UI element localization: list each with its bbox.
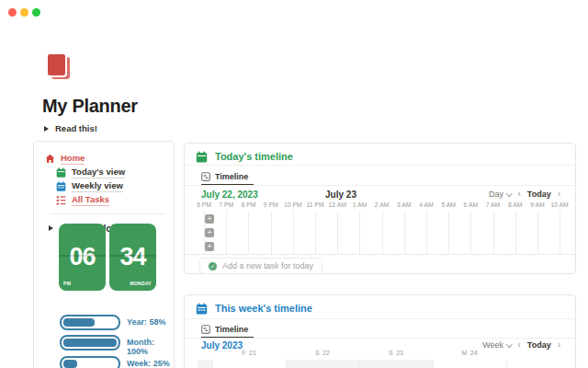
grid-line <box>433 360 434 368</box>
today-button[interactable]: Today <box>527 190 551 199</box>
add-task-button[interactable]: ✓ Add a new task for today <box>199 258 322 274</box>
calendar-week-icon <box>56 181 66 191</box>
toggle-triangle-icon <box>49 225 53 231</box>
hour-label: 5 AM <box>437 201 459 210</box>
past-column-shade <box>198 360 212 368</box>
tab-timeline-label: Timeline <box>215 172 248 181</box>
close-window-button[interactable] <box>8 8 17 17</box>
clock-minute: 34 <box>119 243 145 271</box>
timeline-view-icon <box>201 172 210 181</box>
add-task-label: Add a new task for today <box>222 261 313 270</box>
tab-timeline[interactable]: Timeline <box>201 170 248 183</box>
scale-select[interactable]: Day <box>489 190 512 199</box>
dotted-divider <box>185 254 575 255</box>
checklist-icon <box>56 195 66 205</box>
grid-line <box>226 211 227 254</box>
flip-clock-hour-card: 06 PM <box>59 224 106 291</box>
hour-label: 7 AM <box>481 201 503 210</box>
home-icon <box>45 154 55 164</box>
clock-hour: 06 <box>69 243 95 271</box>
grid-line <box>212 360 213 368</box>
grid-line <box>560 211 560 254</box>
sidebar-divider <box>51 213 164 214</box>
calendar-day-icon <box>56 167 66 178</box>
check-circle-icon: ✓ <box>209 262 217 270</box>
week-timeline-card: This week's timeline Timeline July 2023 … <box>184 294 576 368</box>
grid-line <box>470 211 471 254</box>
hour-label: 11 PM <box>304 201 326 210</box>
today-timeline-card: Today's timeline Timeline July 22, 2023 … <box>184 143 576 274</box>
sidebar-item-all-tasks[interactable]: All Tasks <box>45 193 166 207</box>
grid-line <box>359 360 360 368</box>
journal-cover-shape <box>46 52 67 77</box>
timeline-controls: Week ‹ Today › <box>482 340 560 350</box>
week-grid <box>185 360 574 368</box>
collapsed-task-chip[interactable]: + <box>205 214 214 224</box>
grid-line <box>404 211 405 254</box>
flip-split-line <box>109 255 156 257</box>
grid-line <box>426 211 427 254</box>
sidebar-item-label: Weekly view <box>72 180 123 192</box>
hour-label: 6 PM <box>193 201 215 210</box>
zoom-window-button[interactable] <box>32 8 40 17</box>
hour-label: 10 AM <box>548 201 571 210</box>
scale-select[interactable]: Week <box>482 340 511 350</box>
grid-line <box>286 360 287 368</box>
week-progress-label: Week: 25% <box>127 356 175 368</box>
grid-line <box>293 211 294 254</box>
collapsed-task-chip[interactable]: + <box>205 228 214 237</box>
year-progress-bar <box>60 315 120 330</box>
today-date-row: July 22, 2023 July 23 Day ‹ Today › <box>185 189 575 201</box>
sidebar-nav: Home Today's view Weekly view All Tasks … <box>34 142 174 236</box>
prev-arrow-button[interactable]: ‹ <box>517 340 520 350</box>
window-controls <box>8 8 40 17</box>
collapsed-task-chip[interactable]: + <box>205 242 214 251</box>
sidebar-item-todays-view[interactable]: Today's view <box>45 166 166 179</box>
clock-weekday: MONDAY <box>130 281 152 286</box>
today-button[interactable]: Today <box>527 340 551 350</box>
month-progress-bar <box>60 335 120 351</box>
year-progress-row: Year: 58% <box>60 315 175 330</box>
tab-timeline[interactable]: Timeline <box>201 323 248 336</box>
scale-select-label: Day <box>489 190 503 199</box>
grid-line <box>515 211 516 254</box>
flip-split-line <box>59 255 106 257</box>
scale-select-label: Week <box>482 340 503 350</box>
prev-arrow-button[interactable]: ‹ <box>517 190 520 199</box>
read-this-toggle[interactable]: Read this! <box>44 123 97 133</box>
calendar-icon <box>196 151 208 163</box>
hour-label: 3 AM <box>393 201 415 210</box>
sidebar-item-weekly-view[interactable]: Weekly view <box>45 179 166 193</box>
hour-label: 12 AM <box>326 201 348 210</box>
today-card-title: Today's timeline <box>215 151 293 162</box>
next-arrow-button[interactable]: › <box>558 190 560 199</box>
grid-line <box>506 360 507 368</box>
hour-label: 8 AM <box>504 201 526 210</box>
week-days-row: F 21S 22S 23M 24 <box>185 350 575 360</box>
progress-fill <box>63 339 117 347</box>
timeline-controls: Day ‹ Today › <box>489 190 560 199</box>
next-arrow-button[interactable]: › <box>558 340 560 350</box>
grid-line <box>382 211 383 254</box>
hour-label: 10 PM <box>282 201 304 210</box>
day-label: S 23 <box>389 350 403 356</box>
week-progress-bar <box>60 356 120 368</box>
sidebar-item-home[interactable]: Home <box>45 152 166 166</box>
grid-line <box>493 211 494 254</box>
chevron-down-icon <box>506 341 512 347</box>
minimize-window-button[interactable] <box>20 8 28 17</box>
chevron-down-icon <box>506 190 512 196</box>
week-progress-row: Week: 25% <box>60 356 175 368</box>
grid-line <box>359 211 360 254</box>
hour-label: 4 AM <box>415 201 437 210</box>
hour-label: 9 AM <box>526 201 548 210</box>
sidebar-card: Home Today's view Weekly view All Tasks … <box>33 141 175 368</box>
red-journal-icon[interactable] <box>46 52 71 80</box>
today-card-header: Today's timeline <box>185 144 575 164</box>
calendar-icon <box>196 303 208 315</box>
year-progress-label: Year: 58% <box>127 315 175 327</box>
month-progress-row: Month: 100% <box>60 335 175 357</box>
flip-clock: 06 PM 34 MONDAY <box>59 224 156 291</box>
timeline-view-icon <box>201 325 210 334</box>
sidebar-item-label: All Tasks <box>72 194 109 206</box>
